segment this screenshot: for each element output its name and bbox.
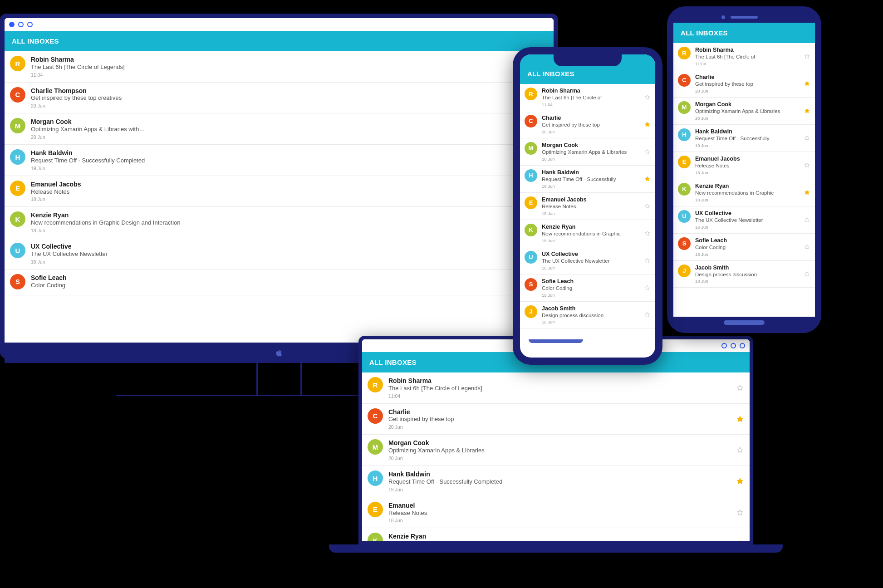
star-icon[interactable] <box>644 203 651 210</box>
star-icon[interactable] <box>804 135 810 142</box>
time-text: 18 Jun <box>542 238 639 243</box>
mail-item[interactable]: R Robin Sharma The Last 6h [The Circle o… <box>362 372 750 404</box>
mail-body: Charlie Get inspired by these top 20 Jun <box>542 115 639 134</box>
time-text: 20 Jun <box>695 88 799 93</box>
subject-text: The Last 6h [The Circle of Legends] <box>388 385 731 392</box>
star-icon[interactable] <box>736 509 744 517</box>
mail-item[interactable]: K Kenzie Ryan New recommendations in Gra… <box>520 220 655 247</box>
mail-item[interactable]: M Morgan Cook Optimizing Xamarin Apps & … <box>673 98 815 125</box>
avatar: C <box>10 87 25 103</box>
star-icon[interactable] <box>804 270 810 277</box>
mail-item[interactable]: U UX Collective The UX Collective Newsle… <box>520 247 655 274</box>
subject-text: Design process discussion <box>695 271 799 278</box>
mail-item[interactable]: R Robin Sharma The Last 6h [The Circle o… <box>5 51 554 83</box>
mail-item[interactable]: K Kenzie Ryan New recommendations in Gra… <box>673 179 815 206</box>
sender-name: Charlie <box>388 408 731 416</box>
mail-item[interactable]: C Charlie Get inspired by these top 20 J… <box>362 404 750 435</box>
mail-body: UX Collective The UX Collective Newslett… <box>695 210 799 230</box>
subject-text: Get inspired by these top creatives <box>31 94 548 102</box>
avatar: K <box>525 224 537 236</box>
mail-list: R Robin Sharma The Last 6h [The Circle o… <box>520 84 655 328</box>
mail-body: Kenzie Ryan New recommendations in Graph… <box>542 224 639 243</box>
mail-item[interactable]: K Kenzie Ryan New recommendations in Gra… <box>362 528 750 541</box>
star-icon[interactable] <box>644 230 651 237</box>
mail-item[interactable]: M Morgan Cook Optimizing Xamarin Apps & … <box>362 435 750 466</box>
mail-item[interactable]: E Emanuel Jacobs Release Notes 18 Jun <box>520 193 655 220</box>
star-icon[interactable] <box>804 80 810 87</box>
mail-item[interactable]: H Hank Baldwin Request Time Off - Succes… <box>5 145 554 176</box>
star-icon[interactable] <box>736 477 744 485</box>
android-home-icon[interactable] <box>724 320 765 325</box>
star-icon[interactable] <box>644 94 651 101</box>
mail-item[interactable]: M Morgan Cook Optimizing Xamarin Apps & … <box>520 138 655 166</box>
subject-text: New recommendations in Graphic <box>542 230 639 237</box>
time-text: 18 Jun <box>542 211 639 216</box>
sender-name: Robin Sharma <box>695 47 799 54</box>
avatar: K <box>368 533 383 541</box>
mail-item[interactable]: C Charlie Get inspired by these top 20 J… <box>673 70 815 98</box>
time-text: 18 Jun <box>542 319 639 324</box>
time-text: 18 Jun <box>31 196 548 202</box>
avatar: H <box>525 169 537 182</box>
mail-item[interactable]: H Hank Baldwin Request Time Off - Succes… <box>520 166 655 193</box>
mail-item[interactable]: M Morgan Cook Optimizing Xamarin Apps & … <box>5 113 554 145</box>
mail-body: Robin Sharma The Last 6h [The Circle of … <box>31 56 548 78</box>
star-icon[interactable] <box>736 384 744 392</box>
mail-body: Kenzie Ryan New recommendations in Graph… <box>388 533 731 541</box>
traffic-light-maximize-icon[interactable] <box>27 22 33 27</box>
mail-item[interactable]: J Jacob Smith Design process discussion … <box>520 302 655 329</box>
mail-item[interactable]: S Sofie Leach Color Coding 15 Jun <box>673 234 815 261</box>
mail-item[interactable]: S Sofie Leach Color Coding 15 Jun <box>520 274 655 302</box>
android-screen: ALL INBOXES R Robin Sharma The Last 6h [… <box>673 23 815 317</box>
time-text: 16 Jun <box>542 265 639 270</box>
time-text: 19 Jun <box>388 487 731 492</box>
star-icon[interactable] <box>804 53 810 60</box>
subject-text: Request Time Off - Successfully <box>695 135 799 142</box>
star-icon[interactable] <box>644 284 651 291</box>
traffic-light-close-icon[interactable] <box>721 343 727 348</box>
star-icon[interactable] <box>644 176 651 182</box>
mail-item[interactable]: H Hank Baldwin Request Time Off - Succes… <box>673 125 815 152</box>
subject-text: Color Coding <box>542 285 639 292</box>
time-text: 18 Jun <box>695 170 799 175</box>
mail-body: Morgan Cook Optimizing Xamarin Apps & Li… <box>388 439 731 461</box>
star-icon[interactable] <box>736 446 744 454</box>
star-icon[interactable] <box>644 311 651 318</box>
mail-item[interactable]: R Robin Sharma The Last 6h [The Circle o… <box>520 84 655 111</box>
time-text: 20 Jun <box>388 424 731 430</box>
mail-item[interactable]: J Jacob Smith Design process discussion … <box>673 261 815 288</box>
mail-item[interactable]: K Kenzie Ryan New recommendations in Gra… <box>5 207 554 238</box>
traffic-light-close-icon[interactable] <box>9 22 15 27</box>
star-icon[interactable] <box>804 244 810 250</box>
mail-item[interactable]: E Emanuel Jacobs Release Notes 18 Jun <box>5 176 554 207</box>
mail-item[interactable]: E Emanuel Jacobs Release Notes 18 Jun <box>673 152 815 179</box>
sender-name: Sofie Leach <box>31 274 548 282</box>
mail-item[interactable]: E Emanuel Release Notes 18 Jun <box>362 497 750 529</box>
mail-item[interactable]: U UX Collective The UX Collective Newsle… <box>673 206 815 234</box>
star-icon[interactable] <box>736 415 744 423</box>
subject-text: The UX Collective Newsletter <box>542 258 639 265</box>
mail-item[interactable]: C Charlie Thompson Get inspired by these… <box>5 83 554 114</box>
traffic-light-minimize-icon[interactable] <box>731 343 736 348</box>
star-icon[interactable] <box>736 539 744 541</box>
star-icon[interactable] <box>804 216 810 223</box>
time-text: 11:04 <box>542 102 639 107</box>
mail-item[interactable]: R Robin Sharma The Last 6h [The Circle o… <box>673 43 815 70</box>
star-icon[interactable] <box>644 148 651 155</box>
star-icon[interactable] <box>804 108 810 114</box>
star-icon[interactable] <box>644 257 651 264</box>
mail-item[interactable]: U UX Collective The UX Collective Newsle… <box>5 238 554 270</box>
subject-text: New recommendations in Graphic Design an… <box>388 540 731 541</box>
star-icon[interactable] <box>804 189 810 196</box>
star-icon[interactable] <box>804 162 810 169</box>
mail-item[interactable]: C Charlie Get inspired by these top 20 J… <box>520 111 655 138</box>
sender-name: Morgan Cook <box>388 439 731 447</box>
mail-item[interactable]: S Sofie Leach Color Coding <box>5 270 554 295</box>
sender-name: Morgan Cook <box>542 142 639 149</box>
star-icon[interactable] <box>644 121 651 128</box>
mail-body: Hank Baldwin Request Time Off - Successf… <box>388 470 731 492</box>
mail-body: Emanuel Jacobs Release Notes 18 Jun <box>695 156 799 175</box>
traffic-light-minimize-icon[interactable] <box>18 22 24 27</box>
traffic-light-maximize-icon[interactable] <box>740 343 745 348</box>
mail-item[interactable]: H Hank Baldwin Request Time Off - Succes… <box>362 466 750 497</box>
